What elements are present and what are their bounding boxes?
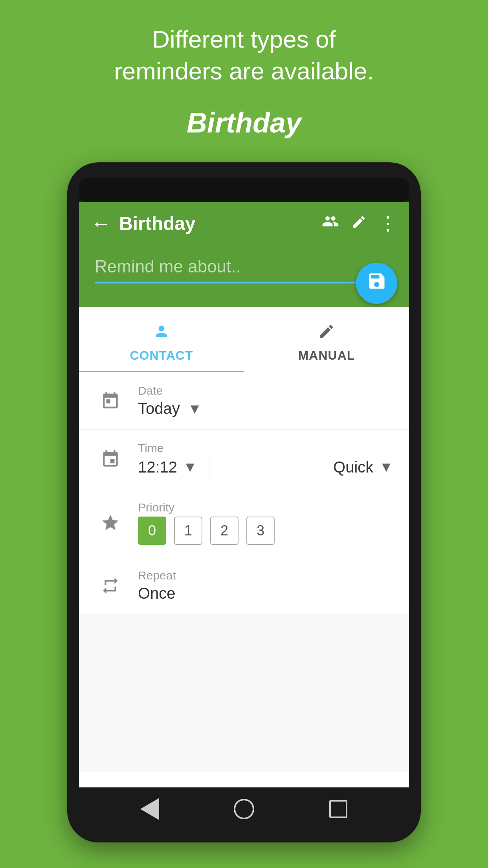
tab-manual[interactable]: MANUAL	[244, 315, 409, 372]
app-toolbar: ← Birthday ⋮	[79, 202, 409, 245]
repeat-content: Repeat Once	[126, 569, 393, 602]
time-left-group[interactable]: 12:12 ▼	[138, 458, 197, 476]
contact-tab-label: CONTACT	[130, 348, 193, 363]
manual-tab-icon	[318, 323, 335, 344]
fab-button[interactable]	[356, 263, 397, 304]
priority-label: Priority	[138, 501, 393, 514]
app-screen: ← Birthday ⋮	[79, 202, 409, 831]
phone-top-bar	[79, 178, 409, 202]
back-triangle-icon	[140, 798, 159, 820]
priority-0-label: 0	[148, 522, 156, 539]
more-icon[interactable]: ⋮	[378, 212, 397, 234]
date-row: Date Today ▼	[79, 372, 409, 430]
time-separator	[209, 457, 209, 477]
repeat-icon	[95, 576, 126, 596]
date-label: Date	[138, 384, 393, 397]
tab-bar: CONTACT MANUAL	[79, 307, 409, 372]
repeat-value-row[interactable]: Once	[138, 585, 393, 602]
contacts-icon[interactable]	[322, 213, 339, 234]
date-icon	[95, 391, 126, 411]
priority-box-3[interactable]: 3	[246, 517, 275, 545]
contact-tab-icon	[153, 323, 170, 344]
date-value-row[interactable]: Today ▼	[138, 400, 393, 417]
priority-boxes-row: 0 1 2 3	[138, 517, 393, 545]
manual-tab-label: MANUAL	[298, 348, 355, 363]
time-mode-arrow: ▼	[379, 459, 393, 475]
date-dropdown-arrow: ▼	[188, 401, 202, 417]
time-value-row: 12:12 ▼ Quick ▼	[138, 457, 393, 477]
subtitle-title: Birthday	[187, 107, 301, 139]
time-content: Time 12:12 ▼ Quick ▼	[126, 441, 393, 477]
priority-3-label: 3	[257, 522, 264, 539]
top-text: Different types ofreminders are availabl…	[83, 24, 405, 87]
priority-1-label: 1	[184, 522, 192, 539]
back-button[interactable]: ←	[91, 211, 111, 235]
nav-recents-button[interactable]	[325, 795, 352, 823]
recents-square-icon	[329, 800, 347, 818]
repeat-value: Once	[138, 585, 176, 602]
time-mode-group[interactable]: Quick ▼	[333, 458, 393, 476]
date-value: Today	[138, 400, 180, 417]
toolbar-actions: ⋮	[322, 212, 397, 234]
priority-row: Priority 0 1 2 3	[79, 489, 409, 557]
repeat-row: Repeat Once	[79, 557, 409, 614]
time-mode-value: Quick	[333, 458, 373, 476]
bottom-nav	[79, 787, 409, 831]
time-value: 12:12	[138, 458, 177, 476]
priority-box-0[interactable]: 0	[138, 517, 166, 545]
tab-contact[interactable]: CONTACT	[79, 315, 244, 372]
form-content: Date Today ▼ Time 12:12	[79, 372, 409, 787]
priority-icon	[95, 513, 126, 533]
edit-icon[interactable]	[351, 213, 367, 234]
time-dropdown-arrow: ▼	[183, 459, 197, 475]
toolbar-title: Birthday	[119, 213, 322, 234]
home-circle-icon	[234, 799, 254, 819]
priority-box-2[interactable]: 2	[210, 517, 238, 545]
time-icon	[95, 449, 126, 469]
time-row: Time 12:12 ▼ Quick ▼	[79, 430, 409, 489]
form-lower-section	[79, 614, 409, 772]
repeat-label: Repeat	[138, 569, 393, 582]
priority-content: Priority 0 1 2 3	[126, 501, 393, 545]
priority-box-1[interactable]: 1	[174, 517, 202, 545]
date-content: Date Today ▼	[126, 384, 393, 417]
time-label: Time	[138, 441, 393, 455]
priority-2-label: 2	[220, 522, 228, 539]
nav-home-button[interactable]	[230, 795, 258, 823]
nav-back-button[interactable]	[136, 795, 163, 823]
remind-input[interactable]	[95, 253, 393, 283]
phone-shell: ← Birthday ⋮	[67, 162, 421, 842]
save-icon	[367, 271, 387, 296]
input-area	[79, 245, 409, 283]
